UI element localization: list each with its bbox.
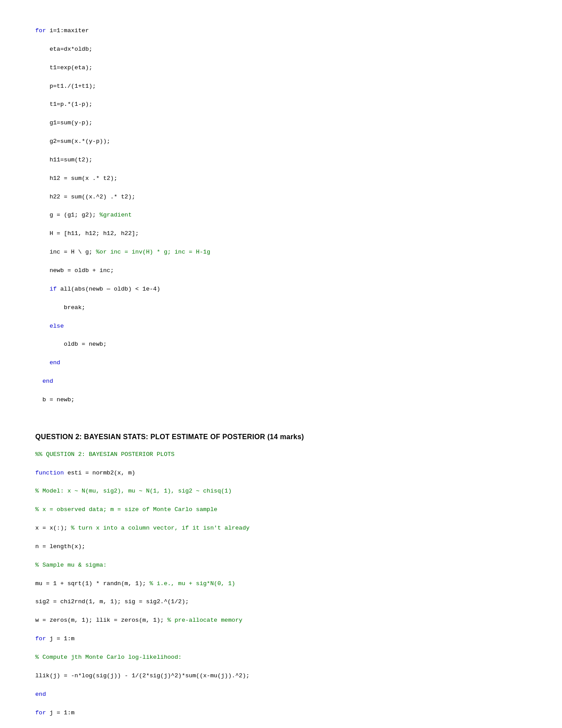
code-line: llik(j) = -n*log(sig(j)) - 1/(2*sig(j)^2… xyxy=(35,672,527,681)
code-line: h22 = sum((x.^2) .* t2); xyxy=(35,193,527,202)
code-line: h11=sum(t2); xyxy=(35,156,527,165)
code-line: b = newb; xyxy=(35,396,527,405)
code-line: if all(abs(newb ‒ oldb) < 1e-4) xyxy=(35,285,527,294)
code-block-1: for i=1:maxiter eta=dx*oldb; t1=exp(eta)… xyxy=(35,26,527,414)
code-line: end xyxy=(35,690,527,699)
code-line: % Compute jth Monte Carlo log-likelihood… xyxy=(35,653,527,662)
code-line: t1=exp(eta); xyxy=(35,63,527,73)
code-line: mu = 1 + sqrt(1) * randn(m, 1); % i.e., … xyxy=(35,579,527,589)
code-line: n = length(x); xyxy=(35,542,527,552)
code-line: for j = 1:m xyxy=(35,635,527,644)
code-line: t1=p.*(1-p); xyxy=(35,100,527,109)
code-line: % x = observed data; m = size of Monte C… xyxy=(35,505,527,515)
section2-heading: QUESTION 2: BAYESIAN STATS: PLOT ESTIMAT… xyxy=(35,432,527,442)
code-line: % Model: x ~ N(mu, sig2), mu ~ N(1, 1), … xyxy=(35,487,527,496)
code-line: %% QUESTION 2: BAYESIAN POSTERIOR PLOTS xyxy=(35,450,527,459)
code-line: sig2 = chi2rnd(1, m, 1); sig = sig2.^(1/… xyxy=(35,597,527,607)
code-line: newb = oldb + inc; xyxy=(35,266,527,276)
code-line: oldb = newb; xyxy=(35,340,527,349)
code-line: p=t1./(1+t1); xyxy=(35,82,527,91)
code-line: g2=sum(x.*(y-p)); xyxy=(35,137,527,146)
code-line: break; xyxy=(35,303,527,313)
code-block-2: %% QUESTION 2: BAYESIAN POSTERIOR PLOTS … xyxy=(35,450,527,728)
code-line: for j = 1:m xyxy=(35,709,527,718)
code-line: g1=sum(y-p); xyxy=(35,119,527,128)
code-line: else xyxy=(35,322,527,331)
code-line: h12 = sum(x .* t2); xyxy=(35,174,527,183)
code-line: function esti = normb2(x, m) xyxy=(35,469,527,478)
code-line: w = zeros(m, 1); llik = zeros(m, 1); % p… xyxy=(35,616,527,625)
code-line: end xyxy=(35,358,527,368)
code-line: % Sample mu & sigma: xyxy=(35,561,527,570)
code-line: for i=1:maxiter xyxy=(35,26,527,36)
code-line: end xyxy=(35,377,527,386)
code-line: eta=dx*oldb; xyxy=(35,45,527,54)
code-line: g = (g1; g2); %gradient xyxy=(35,211,527,220)
code-line: inc = H \ g; %or inc = inv(H) * g; inc =… xyxy=(35,248,527,257)
code-line: x = x(:); % turn x into a column vector,… xyxy=(35,524,527,533)
code-line: H = [h11, h12; h12, h22]; xyxy=(35,229,527,239)
page-content: for i=1:maxiter eta=dx*oldb; t1=exp(eta)… xyxy=(35,26,527,728)
